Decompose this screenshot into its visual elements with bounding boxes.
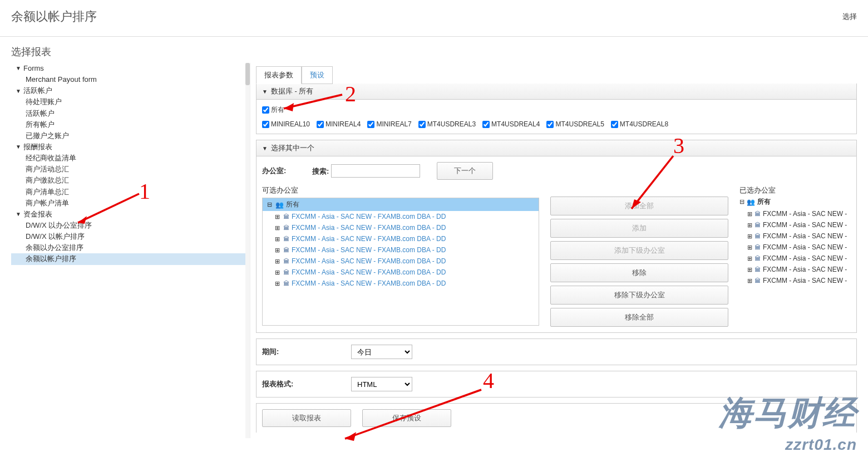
item-dwx-office[interactable]: D/W/X 以办公室排序 xyxy=(11,220,246,231)
checkbox-db-mt4usdreal4[interactable]: MT4USDREAL4 xyxy=(482,120,540,128)
list-item[interactable]: ⊞🏛 FXCMM - Asia - SAC NEW - FXAMB.com DB… xyxy=(263,211,539,222)
available-offices-title: 可选办公室 xyxy=(262,185,539,195)
chevron-down-icon: ▼ xyxy=(262,89,268,95)
bank-icon: 🏛 xyxy=(754,222,761,228)
plus-icon: ⊞ xyxy=(275,280,280,287)
plus-icon: ⊞ xyxy=(747,255,752,262)
format-panel: 报表格式: HTML xyxy=(256,371,857,398)
cat-funds[interactable]: ▼资金报表 xyxy=(11,209,246,220)
plus-icon: ⊞ xyxy=(275,235,280,243)
report-tree-sidebar: ▼FormsMerchant Payout form▼活跃帐户待处理账户活跃帐户… xyxy=(11,63,250,438)
selected-item[interactable]: ⊞🏛 FXCMM - Asia - SAC NEW - xyxy=(739,208,851,219)
select-office-panel-title: 选择其中一个 xyxy=(271,143,314,153)
item-merchant-activity[interactable]: 商户活动总汇 xyxy=(11,164,246,175)
checkbox-db-minireal7[interactable]: MINIREAL7 xyxy=(367,120,411,128)
bank-icon: 🏛 xyxy=(754,210,761,217)
list-item[interactable]: ⊞🏛 FXCMM - Asia - SAC NEW - FXAMB.com DB… xyxy=(263,244,539,256)
tab-presets[interactable]: 预设 xyxy=(302,66,333,84)
plus-icon: ⊞ xyxy=(275,224,280,232)
group-icon: 👥 xyxy=(275,201,284,209)
list-item[interactable]: ⊞🏛 FXCMM - Asia - SAC NEW - FXAMB.com DB… xyxy=(263,267,539,278)
office-label: 办公室: xyxy=(262,166,295,176)
cat-active-accounts[interactable]: ▼活跃帐户 xyxy=(11,85,246,96)
checkbox-db-mt4usdreal5[interactable]: MT4USDREAL5 xyxy=(546,120,604,128)
plus-icon: ⊞ xyxy=(275,258,280,265)
selected-item-all[interactable]: ⊟👥 所有 xyxy=(739,195,851,208)
format-select[interactable]: HTML xyxy=(351,377,412,391)
checkbox-all-db-label: 所有 xyxy=(271,105,284,115)
minus-icon: ⊟ xyxy=(267,201,272,208)
selected-item[interactable]: ⊞🏛 FXCMM - Asia - SAC NEW - xyxy=(739,253,851,264)
bank-icon: 🏛 xyxy=(283,224,289,231)
minus-icon: ⊟ xyxy=(739,198,744,205)
list-item[interactable]: ⊞🏛 FXCMM - Asia - SAC NEW - FXAMB.com DB… xyxy=(263,256,539,267)
remove-button[interactable]: 移除 xyxy=(550,263,728,282)
tab-report-params[interactable]: 报表参数 xyxy=(256,66,302,84)
bank-icon: 🏛 xyxy=(754,255,761,262)
selected-item[interactable]: ⊞🏛 FXCMM - Asia - SAC NEW - xyxy=(739,264,851,275)
section-title: 选择报表 xyxy=(11,45,857,58)
checkbox-all-db[interactable] xyxy=(262,106,269,114)
plus-icon: ⊞ xyxy=(275,269,280,276)
bank-icon: 🏛 xyxy=(283,280,289,287)
bank-icon: 🏛 xyxy=(754,244,761,251)
database-panel-header[interactable]: ▼ 数据库 - 所有 xyxy=(257,84,856,100)
item-pending-accounts[interactable]: 待处理账户 xyxy=(11,96,246,107)
save-preset-button[interactable]: 保存预设 xyxy=(362,409,451,427)
format-label: 报表格式: xyxy=(262,379,307,389)
next-button[interactable]: 下一个 xyxy=(437,162,493,180)
cat-forms[interactable]: ▼Forms xyxy=(11,63,246,74)
add-button[interactable]: 添加 xyxy=(550,219,728,238)
period-select[interactable]: 今日 xyxy=(351,345,412,359)
item-all-accounts[interactable]: 所有帐户 xyxy=(11,119,246,130)
remove-sub-button[interactable]: 移除下级办公室 xyxy=(550,286,728,305)
action-panel: 读取报表 保存预设 xyxy=(256,403,857,433)
checkbox-db-mt4usdreal8[interactable]: MT4USDREAL8 xyxy=(611,120,668,128)
plus-icon: ⊞ xyxy=(747,222,752,229)
chevron-down-icon: ▼ xyxy=(16,210,21,219)
item-balance-office[interactable]: 余额以办公室排序 xyxy=(11,242,246,253)
add-sub-button[interactable]: 添加下级办公室 xyxy=(550,241,728,260)
available-offices-listbox[interactable]: ⊟👥 所有⊞🏛 FXCMM - Asia - SAC NEW - FXAMB.c… xyxy=(262,198,539,326)
item-active-accounts[interactable]: 活跃帐户 xyxy=(11,108,246,119)
checkbox-db-minireal10[interactable]: MINIREAL10 xyxy=(262,120,310,128)
list-item[interactable]: ⊞🏛 FXCMM - Asia - SAC NEW - FXAMB.com DB… xyxy=(263,222,539,233)
bank-icon: 🏛 xyxy=(754,277,761,284)
plus-icon: ⊞ xyxy=(747,210,752,218)
selected-item[interactable]: ⊞🏛 FXCMM - Asia - SAC NEW - xyxy=(739,275,851,286)
remove-all-button[interactable]: 移除全部 xyxy=(550,308,728,327)
search-input[interactable] xyxy=(331,164,420,178)
add-all-button[interactable]: 添加全部 xyxy=(550,197,728,215)
cat-compensation[interactable]: ▼报酬报表 xyxy=(11,141,246,153)
item-dwx-account[interactable]: D/W/X 以帐户排序 xyxy=(11,231,246,242)
read-report-button[interactable]: 读取报表 xyxy=(262,409,351,427)
bank-icon: 🏛 xyxy=(754,233,761,239)
selected-item[interactable]: ⊞🏛 FXCMM - Asia - SAC NEW - xyxy=(739,242,851,253)
bank-icon: 🏛 xyxy=(754,266,761,273)
checkbox-db-mt4usdreal3[interactable]: MT4USDREAL3 xyxy=(418,120,476,128)
chevron-down-icon: ▼ xyxy=(16,87,21,96)
plus-icon: ⊞ xyxy=(275,213,280,220)
selected-item[interactable]: ⊞🏛 FXCMM - Asia - SAC NEW - xyxy=(739,230,851,242)
top-right-link[interactable]: 选择 xyxy=(842,12,857,22)
item-balance-account[interactable]: 余额以帐户排序 xyxy=(11,253,246,264)
chevron-down-icon: ▼ xyxy=(16,143,21,151)
search-label: 搜索: xyxy=(312,167,329,175)
item-merchant-list[interactable]: 商户清单总汇 xyxy=(11,187,246,198)
selected-item[interactable]: ⊞🏛 FXCMM - Asia - SAC NEW - xyxy=(739,219,851,230)
checkbox-db-minireal4[interactable]: MINIREAL4 xyxy=(317,120,361,128)
item-merchant-payment[interactable]: 商户缴款总汇 xyxy=(11,175,246,186)
sidebar-scrollbar[interactable] xyxy=(245,63,250,438)
list-item-all[interactable]: ⊟👥 所有 xyxy=(263,198,539,211)
bank-icon: 🏛 xyxy=(283,269,289,276)
item-broker-income[interactable]: 经纪商收益清单 xyxy=(11,153,246,164)
list-item[interactable]: ⊞🏛 FXCMM - Asia - SAC NEW - FXAMB.com DB… xyxy=(263,233,539,244)
item-withdrawn-accounts[interactable]: 已撤户之账户 xyxy=(11,130,246,141)
list-item[interactable]: ⊞🏛 FXCMM - Asia - SAC NEW - FXAMB.com DB… xyxy=(263,278,539,289)
database-panel: ▼ 数据库 - 所有 所有 MINIREAL10 MINIREAL4 MINIR… xyxy=(256,84,857,134)
selected-offices-title: 已选办公室 xyxy=(739,185,851,195)
item-merchant-payout[interactable]: Merchant Payout form xyxy=(11,74,246,85)
item-merchant-account-list[interactable]: 商户帐户清单 xyxy=(11,198,246,209)
select-office-panel-header[interactable]: ▼ 选择其中一个 xyxy=(257,140,856,156)
period-label: 期间: xyxy=(262,347,307,357)
